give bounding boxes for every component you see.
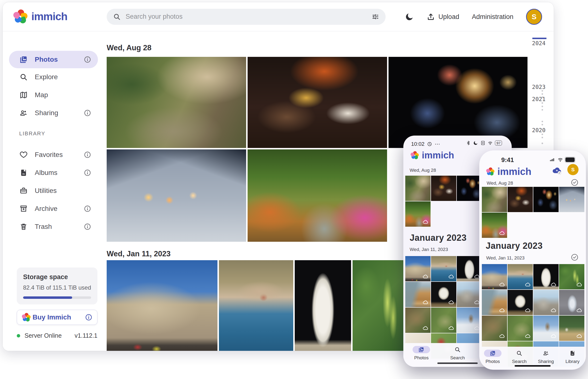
- theme-toggle-moon-icon[interactable]: [405, 12, 414, 21]
- photo-thumbnail[interactable]: [508, 264, 533, 289]
- user-avatar[interactable]: S: [526, 9, 542, 25]
- upload-label: Upload: [438, 13, 459, 21]
- photo-thumbnail[interactable]: [457, 282, 482, 307]
- photo-thumbnail[interactable]: [457, 256, 482, 281]
- photo-thumbnail[interactable]: [559, 316, 584, 341]
- photo-thumbnail[interactable]: [559, 290, 584, 315]
- sidebar-item-trash[interactable]: Trash: [9, 218, 98, 236]
- photos-icon: [19, 55, 28, 64]
- photo-thumbnail[interactable]: [482, 213, 507, 238]
- photo-thumbnail[interactable]: [482, 316, 507, 341]
- photo-thumbnail[interactable]: [533, 316, 559, 341]
- photo-thumbnail[interactable]: [431, 282, 456, 307]
- phone1-nav-search[interactable]: Search: [449, 346, 466, 361]
- photo-zoo-monkeys[interactable]: [107, 57, 246, 148]
- photo-thumbnail[interactable]: [431, 176, 456, 201]
- info-icon[interactable]: [84, 223, 91, 230]
- sidebar-item-map[interactable]: Map: [9, 86, 98, 104]
- sidebar-item-utilities[interactable]: Utilities: [9, 182, 98, 199]
- photo-holding-hands[interactable]: [107, 149, 246, 242]
- phone2-nav-photos[interactable]: Photos: [484, 350, 502, 364]
- phone1-nav-photos[interactable]: Photos: [413, 346, 430, 361]
- photo-thumbnail[interactable]: [559, 187, 584, 212]
- photo-thumbnail[interactable]: [533, 290, 559, 315]
- topbar: immich Upload Administration S: [3, 2, 554, 31]
- info-icon[interactable]: [84, 205, 91, 212]
- backup-cloud-sync-icon[interactable]: [551, 165, 562, 175]
- info-icon[interactable]: [84, 109, 91, 117]
- photo-thumbnail[interactable]: [431, 308, 456, 333]
- upload-button[interactable]: Upload: [427, 13, 459, 21]
- upload-cloud-icon: [448, 274, 454, 280]
- photo-thumbnail[interactable]: [405, 256, 430, 281]
- sidebar-item-sharing[interactable]: Sharing: [9, 104, 98, 122]
- search-filter-icon[interactable]: [371, 13, 379, 21]
- photo-marble-bust[interactable]: [295, 260, 351, 351]
- info-icon[interactable]: [84, 56, 91, 63]
- sidebar-item-explore[interactable]: Explore: [9, 68, 98, 86]
- photo-thumbnail[interactable]: [533, 187, 559, 212]
- photo-thumbnail[interactable]: [482, 187, 507, 212]
- photo-thumbnail[interactable]: [533, 264, 559, 289]
- cellular-signal-icon: [549, 157, 555, 162]
- phone2-nav-sharing[interactable]: Sharing: [537, 350, 555, 364]
- storage-usage: 82.4 TiB of 115.1 TiB used: [23, 284, 91, 291]
- search-bar[interactable]: [107, 9, 386, 25]
- timeline-year-2021[interactable]: 2021: [532, 96, 545, 102]
- select-all-check-icon[interactable]: [571, 253, 578, 261]
- photo-fortress-walls[interactable]: [107, 260, 218, 351]
- phone2-nav-library[interactable]: Library: [564, 350, 581, 364]
- user-avatar[interactable]: S: [567, 164, 578, 175]
- photo-thumbnail[interactable]: [559, 264, 584, 289]
- photo-thumbnail[interactable]: [508, 290, 533, 315]
- immich-logo[interactable]: immich: [13, 9, 67, 24]
- photo-thumbnail[interactable]: [508, 187, 533, 212]
- timeline-year-2023[interactable]: 2023: [532, 84, 545, 90]
- timeline-year-2020[interactable]: 2020: [532, 127, 545, 133]
- phone1-date-header: Wed, Aug 28: [410, 168, 436, 173]
- sidebar: Photos Explore Map Sharing LIBRARY Favor…: [3, 31, 101, 351]
- sidebar-item-albums[interactable]: Albums: [9, 164, 98, 181]
- photo-autumn-path[interactable]: [248, 149, 387, 242]
- info-icon[interactable]: [84, 169, 91, 176]
- immich-logo-icon: [486, 167, 494, 176]
- search-input[interactable]: [126, 13, 367, 20]
- info-icon[interactable]: [85, 314, 92, 321]
- photo-green-berries[interactable]: [352, 260, 409, 351]
- photo-thumbnail[interactable]: [457, 176, 482, 201]
- sidebar-item-archive[interactable]: Archive: [9, 200, 98, 218]
- photo-thumbnail[interactable]: [405, 201, 430, 227]
- photo-thumbnail[interactable]: [482, 290, 507, 315]
- select-all-check-icon[interactable]: [571, 179, 578, 186]
- wifi-icon: [488, 141, 493, 145]
- photo-fireworks[interactable]: [389, 57, 527, 148]
- administration-link[interactable]: Administration: [472, 13, 513, 21]
- photo-thumbnail[interactable]: [508, 316, 533, 341]
- photo-thumbnail[interactable]: [457, 308, 482, 333]
- timeline-year-2024[interactable]: 2024: [532, 40, 545, 47]
- photo-thumbnail[interactable]: [482, 264, 507, 289]
- buy-immich-button[interactable]: Buy Immich: [17, 310, 97, 325]
- photo-coastal-town[interactable]: [219, 260, 293, 351]
- sidebar-item-favorites[interactable]: Favorites: [9, 146, 98, 163]
- info-icon[interactable]: [84, 151, 91, 158]
- server-online-dot: [17, 334, 20, 337]
- photos-icon: [418, 347, 425, 353]
- upload-cloud-icon: [448, 325, 454, 332]
- sidebar-item-photos[interactable]: Photos: [9, 51, 98, 68]
- photo-dinner-table[interactable]: [248, 57, 387, 148]
- upload-cloud-icon: [524, 307, 531, 314]
- archive-icon: [19, 204, 28, 213]
- photo-thumbnail[interactable]: [431, 256, 456, 281]
- phone2-nav-search[interactable]: Search: [510, 350, 528, 364]
- upload-cloud-icon: [576, 282, 582, 288]
- notification-dots: ⋯: [435, 141, 441, 147]
- photo-thumbnail[interactable]: [405, 176, 430, 201]
- server-status-label: Server Online: [25, 332, 62, 339]
- photo-thumbnail[interactable]: [405, 282, 430, 307]
- upload-cloud-icon: [524, 282, 531, 288]
- phone2-month-header: January 2023: [486, 241, 542, 251]
- photo-thumbnail[interactable]: [405, 308, 430, 333]
- phone2-date-header: Wed, Jan 11, 2023: [486, 255, 524, 261]
- photos-icon: [490, 350, 496, 356]
